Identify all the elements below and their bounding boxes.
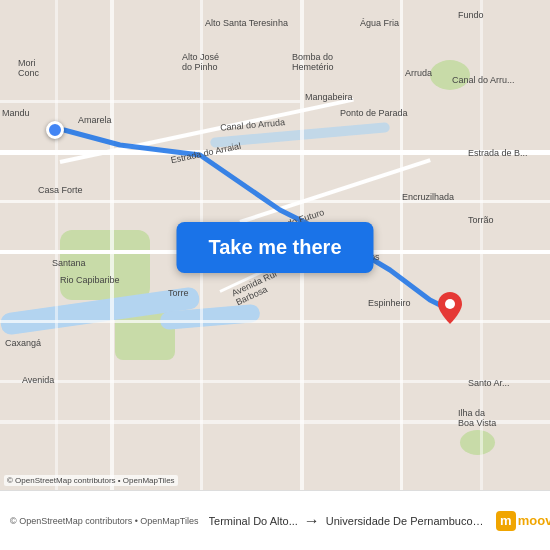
street-h2 xyxy=(0,200,550,203)
street-h4 xyxy=(0,320,550,323)
route-from: Terminal Do Alto... xyxy=(209,515,298,527)
route-info: Terminal Do Alto... → Universidade De Pe… xyxy=(199,512,496,530)
bottom-bar: © OpenStreetMap contributors • OpenMapTi… xyxy=(0,490,550,550)
route-arrow: → xyxy=(304,512,320,530)
moovit-icon: m xyxy=(496,511,516,531)
green-area-4 xyxy=(460,430,495,455)
street-v5 xyxy=(480,0,483,490)
route-to: Universidade De Pernambuco - ... xyxy=(326,515,486,527)
svg-point-0 xyxy=(445,299,455,309)
map-container: Alto Santa Teresinha Água Fria Fundo Mor… xyxy=(0,0,550,490)
street-h5 xyxy=(0,380,550,383)
street-h7 xyxy=(0,420,550,424)
take-me-there-button[interactable]: Take me there xyxy=(176,222,373,273)
green-area-3 xyxy=(430,60,470,90)
street-v4 xyxy=(400,0,403,490)
destination-marker xyxy=(438,292,462,328)
street-h6 xyxy=(0,100,300,103)
moovit-logo: m moovit xyxy=(496,511,550,531)
moovit-wordmark: moovit xyxy=(518,513,550,528)
street-v1 xyxy=(110,0,114,490)
origin-marker xyxy=(46,121,64,139)
attribution-text: © OpenStreetMap contributors • OpenMapTi… xyxy=(10,516,199,526)
street-v6 xyxy=(55,0,58,490)
park-area xyxy=(60,230,150,300)
map-attribution: © OpenStreetMap contributors • OpenMapTi… xyxy=(4,475,178,486)
